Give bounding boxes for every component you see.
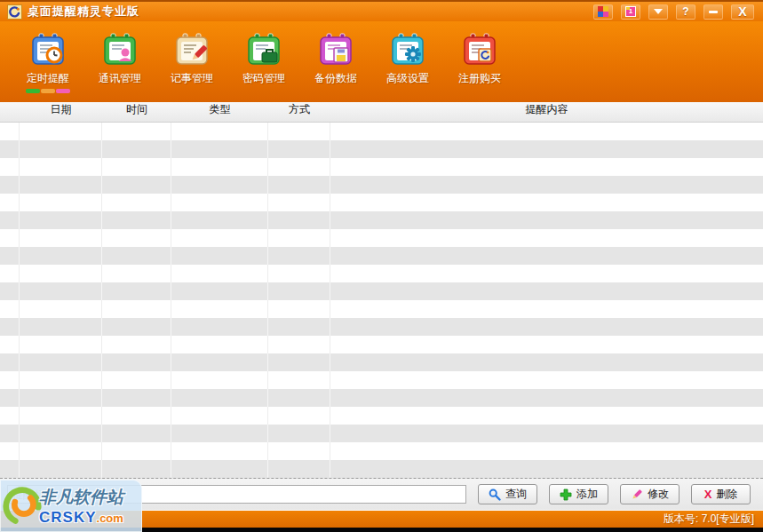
- column-header-date[interactable]: 日期: [20, 102, 102, 122]
- table-cell: [330, 371, 763, 389]
- table-row[interactable]: [0, 300, 763, 318]
- toolbar-item-settings[interactable]: 高级设置: [375, 33, 441, 86]
- table-cell: [171, 140, 268, 158]
- table-cell: [102, 247, 171, 265]
- dropdown-button[interactable]: [648, 4, 668, 20]
- toolbar-item-timed-reminder[interactable]: 定时提醒: [15, 33, 81, 93]
- close-button[interactable]: X: [731, 4, 754, 20]
- toolbar-item-register[interactable]: 注册购买: [447, 33, 513, 86]
- column-header-time[interactable]: 时间: [102, 102, 171, 122]
- table-cell: [330, 247, 763, 265]
- toolbar-item-label: 高级设置: [386, 71, 429, 86]
- table-cell: [171, 282, 268, 300]
- delete-button[interactable]: X 删除: [691, 484, 751, 504]
- table-cell: [330, 123, 763, 140]
- add-button[interactable]: 添加: [549, 484, 608, 504]
- table-row[interactable]: [0, 425, 763, 442]
- down-arrow-icon: [654, 9, 663, 14]
- table-cell: [330, 158, 763, 176]
- table-cell: [268, 425, 330, 442]
- toolbar-item-contacts[interactable]: 通讯管理: [87, 33, 153, 86]
- table-cell: [330, 407, 763, 425]
- table-cell: [171, 300, 268, 318]
- version-text: 版本号: 7.0[专业版]: [664, 512, 754, 527]
- titlebar: 桌面提醒精灵专业版 1 ? X: [0, 0, 763, 21]
- titlebar-buttons: 1 ? X: [593, 4, 754, 20]
- table-row[interactable]: [0, 247, 763, 265]
- table-cell: [20, 300, 102, 318]
- table-row[interactable]: [0, 336, 763, 353]
- table-cell: [20, 371, 102, 389]
- table-row[interactable]: [0, 371, 763, 389]
- table-cell: [20, 389, 102, 407]
- table-row[interactable]: [0, 176, 763, 194]
- notepad-gear-icon: [390, 33, 425, 67]
- table-cell: [330, 353, 763, 371]
- watermark-text: 非凡软件站 CRSKY.com: [39, 486, 123, 527]
- table-cell: [20, 425, 102, 442]
- table-cell: [268, 247, 330, 265]
- table-cell: [102, 176, 171, 194]
- table-cell: [0, 407, 20, 425]
- table-cell: [171, 158, 268, 176]
- window-title: 桌面提醒精灵专业版: [28, 4, 593, 20]
- x-icon: X: [704, 488, 712, 501]
- table-body: [0, 123, 763, 478]
- table-cell: [20, 158, 102, 176]
- plus-icon: [560, 488, 572, 501]
- column-header-type[interactable]: 类型: [171, 102, 268, 122]
- table-cell: [330, 318, 763, 336]
- column-header-content[interactable]: 提醒内容: [330, 102, 763, 122]
- table-cell: [0, 194, 20, 211]
- table-cell: [171, 460, 268, 478]
- column-header-method[interactable]: 方式: [268, 102, 330, 122]
- table-cell: [0, 176, 20, 194]
- watermark-domain: CRSKY: [39, 509, 97, 526]
- table-cell: [330, 140, 763, 158]
- table-row[interactable]: [0, 460, 763, 478]
- table-row[interactable]: [0, 194, 763, 211]
- toolbar-item-label: 密码管理: [242, 71, 285, 86]
- table-cell: [102, 318, 171, 336]
- table-cell: [102, 123, 171, 140]
- table-row[interactable]: [0, 140, 763, 158]
- toolbar-item-label: 记事管理: [171, 71, 213, 86]
- table-row[interactable]: [0, 265, 763, 282]
- table-cell: [268, 353, 330, 371]
- table-cell: [171, 425, 268, 442]
- table-cell: [102, 407, 171, 425]
- table-row[interactable]: [0, 282, 763, 300]
- modify-button-label: 修改: [648, 487, 669, 502]
- column-header-selector[interactable]: [0, 102, 20, 122]
- calendar-button[interactable]: 1: [621, 4, 640, 20]
- table-cell: [102, 371, 171, 389]
- table-cell: [171, 123, 268, 140]
- notepad-pencil-icon: [174, 33, 210, 67]
- table-row[interactable]: [0, 229, 763, 247]
- theme-button[interactable]: [593, 4, 613, 20]
- add-button-label: 添加: [576, 487, 598, 502]
- table-header: 日期 时间 类型 方式 提醒内容: [0, 102, 763, 123]
- table-row[interactable]: [0, 211, 763, 229]
- table-row[interactable]: [0, 389, 763, 407]
- table-row[interactable]: [0, 442, 763, 460]
- help-button[interactable]: ?: [676, 4, 695, 20]
- table-cell: [330, 194, 763, 211]
- minimize-button[interactable]: [703, 4, 723, 20]
- toolbar-item-passwords[interactable]: 密码管理: [231, 33, 297, 86]
- table-cell: [102, 140, 171, 158]
- table-row[interactable]: [0, 158, 763, 176]
- table-cell: [102, 336, 171, 353]
- table-cell: [171, 371, 268, 389]
- table-row[interactable]: [0, 318, 763, 336]
- notepad-clock-icon: [30, 33, 66, 67]
- table-row[interactable]: [0, 353, 763, 371]
- table-cell: [171, 318, 268, 336]
- modify-button[interactable]: 修改: [620, 484, 680, 504]
- toolbar-item-backup[interactable]: 备份数据: [303, 33, 369, 86]
- toolbar-item-notes[interactable]: 记事管理: [159, 33, 225, 86]
- table-cell: [171, 194, 268, 211]
- query-button[interactable]: 查询: [478, 484, 537, 504]
- table-row[interactable]: [0, 407, 763, 425]
- table-row[interactable]: [0, 123, 763, 140]
